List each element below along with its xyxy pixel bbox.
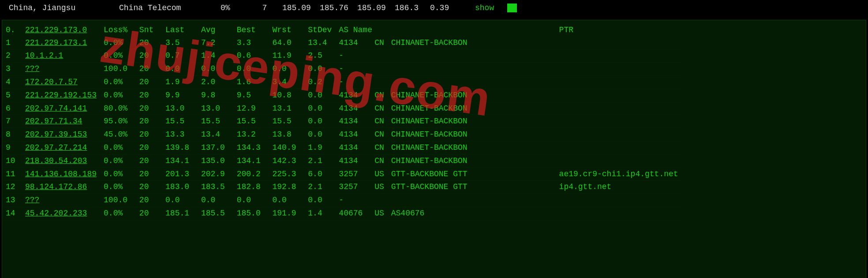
hop-host-link[interactable]: 98.124.172.86 — [25, 182, 87, 191]
hop-last: 0.0 — [162, 194, 198, 207]
hop-ptr — [471, 141, 682, 154]
summary-v1: 185.09 — [282, 2, 320, 15]
hop-cc: CN — [371, 154, 388, 167]
hop-index: 3 — [2, 63, 22, 76]
table-row: 1298.124.172.860.0% 20 183.0 183.5 182.8… — [2, 181, 682, 194]
summary-loss: 0% — [221, 2, 247, 15]
hop-asname: CHINANET-BACKBON — [388, 128, 471, 141]
hop-loss: 0.0% — [100, 141, 136, 154]
hop-best: 134.3 — [233, 141, 269, 154]
hop-host-link[interactable]: 202.97.27.214 — [25, 143, 87, 152]
hop-stdev: 0.0 — [304, 63, 335, 76]
table-row: 210.1.2.10.0% 20 0.7 1.4 0.6 11.9 2.5 - — [2, 49, 682, 63]
hop-last: 185.1 — [162, 207, 198, 220]
hop-last: 13.0 — [162, 102, 198, 115]
hop-asname: CHINANET-BACKBON — [388, 102, 471, 115]
summary-location: China, Jiangsu — [9, 2, 119, 15]
hop-loss: 0.0% — [100, 37, 136, 49]
hop-index: 5 — [2, 89, 22, 102]
hop-asname: CHINANET-BACKBON — [388, 154, 471, 167]
show-toggle[interactable]: show — [475, 2, 494, 15]
hop-host-link[interactable]: 10.1.2.1 — [25, 51, 63, 60]
hop-host: ??? — [22, 194, 100, 207]
summary-bar: China, Jiangsu China Telecom 0% 7 185.09… — [0, 0, 868, 16]
hop-loss: 0.0% — [100, 167, 136, 181]
hop-loss: 100.0 — [100, 194, 136, 207]
hop-avg: 0.0 — [198, 194, 233, 207]
hop-host-link[interactable]: 221.229.192.153 — [25, 91, 97, 100]
hop-as: - — [335, 49, 371, 63]
hop-wrst: 225.3 — [269, 167, 305, 181]
col-ptr: PTR — [471, 24, 682, 37]
hop-snt: 20 — [136, 207, 162, 220]
hop-host-link[interactable]: 202.97.74.141 — [25, 104, 87, 113]
hop-wrst: 191.9 — [269, 207, 305, 220]
hop-wrst: 13.1 — [269, 102, 305, 115]
hop-best: 1.6 — [233, 75, 269, 89]
hop-cc — [371, 75, 388, 89]
hop-snt: 20 — [136, 141, 162, 154]
trace-table: 0. 221.229.173.0 Loss% Snt Last Avg Best… — [2, 24, 682, 220]
hop-as: 4134 — [335, 141, 371, 154]
hop-host-link[interactable]: 45.42.202.233 — [25, 209, 87, 218]
hop-avg: 135.0 — [198, 154, 233, 167]
hop-cc: CN — [371, 102, 388, 115]
hop-avg: 15.5 — [198, 115, 233, 128]
hop-snt: 20 — [136, 49, 162, 63]
hop-as: 4134 — [335, 89, 371, 102]
col-snt: Snt — [136, 24, 162, 37]
hop-asname: CHINANET-BACKBON — [388, 37, 471, 49]
hop-host-link[interactable]: 202.97.39.153 — [25, 130, 87, 139]
hop-stdev: 0.0 — [304, 194, 335, 207]
summary-v2: 185.76 — [320, 2, 357, 15]
table-row: 4172.20.7.570.0% 20 1.9 2.0 1.6 3.4 0.2 … — [2, 75, 682, 89]
hop-avg: 183.5 — [198, 181, 233, 194]
hop-host-link[interactable]: ??? — [25, 196, 39, 204]
summary-snt: 7 — [247, 2, 282, 15]
hop-ptr — [471, 154, 682, 167]
hop-asname: CHINANET-BACKBON — [388, 89, 471, 102]
hop-stdev: 2.1 — [304, 154, 335, 167]
hop-ptr — [471, 75, 682, 89]
hop-cc: CN — [371, 37, 388, 49]
table-row: 3???100.0 20 0.0 0.0 0.0 0.0 0.0 - — [2, 63, 682, 76]
hop-avg: 7.2 — [198, 37, 233, 49]
hop-wrst: 142.3 — [269, 154, 305, 167]
hop-host: 141.136.108.189 — [22, 167, 100, 181]
hop-index: 4 — [2, 75, 22, 89]
header-host-link[interactable]: 221.229.173.0 — [25, 26, 87, 34]
table-row: 11141.136.108.1890.0% 20 201.3 202.9 200… — [2, 167, 682, 181]
hop-host: 98.124.172.86 — [22, 181, 100, 194]
col-host: 221.229.173.0 — [22, 24, 100, 37]
hop-host-link[interactable]: 202.97.71.34 — [25, 117, 82, 126]
hop-stdev: 0.0 — [304, 128, 335, 141]
hop-host-link[interactable]: 141.136.108.189 — [25, 170, 97, 178]
hop-last: 134.1 — [162, 154, 198, 167]
hop-host-link[interactable]: ??? — [25, 64, 39, 73]
hop-host-link[interactable]: 172.20.7.57 — [25, 78, 78, 86]
hop-best: 185.0 — [233, 207, 269, 220]
hop-host-link[interactable]: 218.30.54.203 — [25, 156, 87, 165]
hop-ptr — [471, 128, 682, 141]
col-wrst: Wrst — [269, 24, 305, 37]
hop-host: 202.97.39.153 — [22, 128, 100, 141]
hop-cc: CN — [371, 128, 388, 141]
hop-wrst: 3.4 — [269, 75, 305, 89]
hop-asname — [388, 63, 471, 76]
hop-host: 10.1.2.1 — [22, 49, 100, 63]
hop-as: 4134 — [335, 37, 371, 49]
hop-stdev: 0.0 — [304, 115, 335, 128]
hop-ptr — [471, 102, 682, 115]
table-row: 6202.97.74.14180.0% 20 13.0 13.0 12.9 13… — [2, 102, 682, 115]
hop-host: 202.97.74.141 — [22, 102, 100, 115]
hop-last: 0.7 — [162, 49, 198, 63]
hop-as: 3257 — [335, 167, 371, 181]
hop-loss: 95.0% — [100, 115, 136, 128]
hop-best: 12.9 — [233, 102, 269, 115]
hop-loss: 45.0% — [100, 128, 136, 141]
hop-last: 15.5 — [162, 115, 198, 128]
hop-host-link[interactable]: 221.229.173.1 — [25, 38, 87, 47]
table-row: 10218.30.54.2030.0% 20 134.1 135.0 134.1… — [2, 154, 682, 167]
hop-best: 9.5 — [233, 89, 269, 102]
hop-best: 15.5 — [233, 115, 269, 128]
